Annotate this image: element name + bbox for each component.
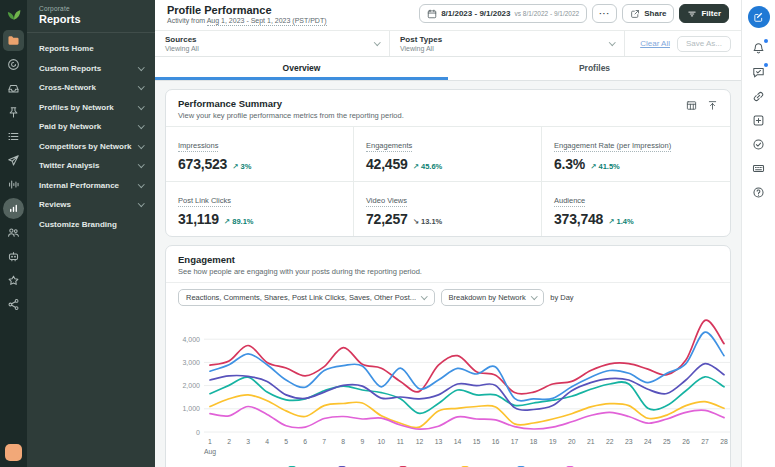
link-icon[interactable] (751, 88, 767, 104)
more-options-button[interactable]: ··· (592, 4, 617, 23)
x-axis-tick-label: 28 (720, 438, 728, 445)
people-icon[interactable] (3, 222, 24, 243)
x-axis-tick-label: 7 (322, 438, 326, 445)
chevron-down-icon (138, 161, 144, 167)
save-as-button[interactable]: Save As... (677, 36, 731, 52)
pin-icon[interactable] (3, 102, 24, 123)
left-icon-rail (0, 0, 27, 467)
sidebar-item-customize-branding[interactable]: Customize Branding (27, 215, 155, 235)
x-axis-tick-label: 18 (530, 438, 538, 445)
sidebar-item-competitors-by-network[interactable]: Competitors by Network (27, 137, 155, 157)
tasks-check-icon[interactable] (751, 136, 767, 152)
line-chart: 01,0002,0003,0004,0001Aug234567891011121… (172, 310, 731, 460)
workspace-label: Corporate (39, 5, 143, 12)
post-types-value: Viewing All (400, 45, 442, 52)
x-axis-month-label: Aug (204, 448, 216, 456)
series-line-tiktok (210, 332, 724, 401)
metric-delta-up: ↗ 3% (232, 162, 251, 171)
x-axis-tick-label: 27 (701, 438, 709, 445)
x-axis-tick-label: 8 (341, 438, 345, 445)
engagement-subtitle: See how people are engaging with your po… (178, 267, 422, 276)
x-axis-tick-label: 14 (454, 438, 462, 445)
reports-sidebar: Corporate Reports Reports HomeCustom Rep… (27, 0, 155, 467)
overview-profiles-tabs: OverviewProfiles (155, 57, 741, 81)
metric-label: Audience (554, 196, 585, 207)
chevron-down-icon (374, 39, 380, 45)
reports-folder-icon[interactable] (3, 30, 24, 51)
metric-label: Engagement Rate (per Impression) (554, 141, 671, 152)
export-icon[interactable] (707, 100, 718, 111)
metric-post-link-clicks: Post Link Clicks31,119↗ 89.1% (166, 181, 354, 236)
x-axis-tick-label: 2 (227, 438, 231, 445)
x-axis-tick-label: 26 (682, 438, 690, 445)
bot-icon[interactable] (3, 246, 24, 267)
x-axis-tick-label: 23 (625, 438, 633, 445)
tab-profiles[interactable]: Profiles (448, 57, 741, 80)
table-view-icon[interactable] (686, 100, 697, 111)
metric-label: Video Views (366, 196, 407, 207)
publish-paper-plane-icon[interactable] (3, 150, 24, 171)
engagement-metrics-select[interactable]: Reactions, Comments, Shares, Post Link C… (178, 289, 435, 306)
messages-icon[interactable] (751, 64, 767, 80)
date-range-button[interactable]: 8/1/2023 - 9/1/2023 vs 8/1/2022 - 9/1/20… (419, 4, 587, 23)
star-icon[interactable] (3, 270, 24, 291)
filter-bar: Sources Viewing All Post Types Viewing A… (155, 30, 741, 57)
y-axis-tick-label: 2,000 (182, 382, 200, 389)
inbox-icon[interactable] (3, 78, 24, 99)
metric-delta-up: ↗ 45.6% (413, 162, 443, 171)
feed-list-icon[interactable] (3, 126, 24, 147)
clear-all-link[interactable]: Clear All (640, 39, 670, 48)
sidebar-item-custom-reports[interactable]: Custom Reports (27, 59, 155, 79)
sidebar-item-label: Reports Home (39, 44, 94, 53)
share-nodes-icon[interactable] (3, 294, 24, 315)
sidebar-header: Corporate Reports (27, 0, 155, 33)
sources-filter[interactable]: Sources Viewing All (155, 31, 390, 56)
metric-grid: Impressions673,523↗ 3%Engagements42,459↗… (166, 126, 730, 236)
chevron-down-icon (138, 142, 144, 148)
sidebar-item-internal-performance[interactable]: Internal Performance (27, 176, 155, 196)
metric-audience: Audience373,748↗ 1.4% (542, 181, 730, 236)
post-types-filter[interactable]: Post Types Viewing All (390, 31, 625, 56)
add-square-icon[interactable] (751, 112, 767, 128)
calendar-icon (427, 9, 437, 19)
compose-button[interactable] (748, 6, 770, 28)
chevron-down-icon (138, 83, 144, 89)
keyboard-shortcuts-icon[interactable] (751, 160, 767, 176)
sidebar-item-paid-by-network[interactable]: Paid by Network (27, 117, 155, 137)
filter-button[interactable]: Filter (679, 4, 729, 23)
help-icon[interactable] (751, 184, 767, 200)
x-axis-tick-label: 19 (549, 438, 557, 445)
engagement-title: Engagement (178, 254, 422, 265)
page-subtitle: Activity from Aug 1, 2023 - Sept 1, 2023… (167, 17, 327, 24)
listening-levels-icon[interactable] (3, 174, 24, 195)
x-axis-tick-label: 21 (587, 438, 595, 445)
sidebar-title: Reports (39, 13, 143, 25)
sidebar-item-reports-home[interactable]: Reports Home (27, 39, 155, 59)
sidebar-item-profiles-by-network[interactable]: Profiles by Network (27, 98, 155, 118)
compare-range-label: vs 8/1/2022 - 9/1/2022 (515, 10, 580, 17)
notifications-bell-icon[interactable] (751, 40, 767, 56)
share-button[interactable]: Share (622, 4, 674, 23)
y-axis-tick-label: 3,000 (182, 359, 200, 366)
sidebar-item-label: Competitors by Network (39, 142, 131, 151)
app-window: Corporate Reports Reports HomeCustom Rep… (0, 0, 775, 467)
reports-bar-chart-icon[interactable] (3, 198, 24, 219)
sidebar-item-label: Internal Performance (39, 181, 119, 190)
user-avatar[interactable] (5, 444, 22, 461)
metric-value: 31,119 (178, 211, 219, 227)
x-axis-tick-label: 22 (606, 438, 614, 445)
sidebar-item-twitter-analysis[interactable]: Twitter Analysis (27, 156, 155, 176)
tab-overview[interactable]: Overview (155, 57, 448, 80)
breakdown-select[interactable]: Breakdown by Network (441, 289, 545, 306)
metric-value: 673,523 (178, 156, 227, 172)
sidebar-item-label: Twitter Analysis (39, 161, 99, 170)
right-icon-rail (741, 0, 775, 467)
metric-value: 42,459 (366, 156, 408, 172)
metric-engagement-rate-per-impression-: Engagement Rate (per Impression)6.3%↗ 41… (542, 126, 730, 181)
chevron-down-icon (138, 64, 144, 70)
x-axis-tick-label: 6 (303, 438, 307, 445)
sidebar-item-reviews[interactable]: Reviews (27, 195, 155, 215)
notification-dot (764, 39, 768, 43)
profile-at-icon[interactable] (3, 54, 24, 75)
sidebar-item-cross-network[interactable]: Cross-Network (27, 78, 155, 98)
